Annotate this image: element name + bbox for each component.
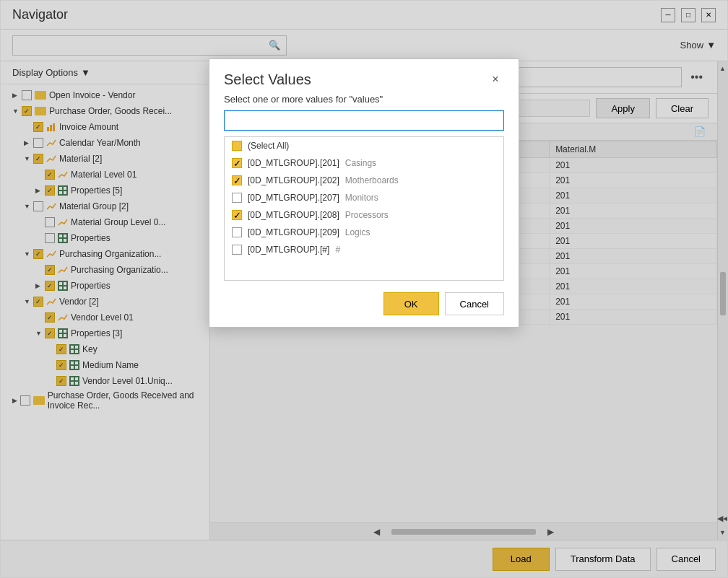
list-item-label: (Select All) — [248, 141, 289, 151]
list-item-name: Monitors — [345, 193, 378, 203]
modal-list-item[interactable]: (Select All) — [225, 137, 503, 154]
select-all-icon — [232, 141, 242, 151]
list-item-checkbox[interactable]: ✓ — [232, 175, 242, 185]
modal-search-input[interactable] — [224, 110, 504, 131]
modal-list: (Select All)✓[0D_MTLGROUP].[201] Casings… — [224, 136, 504, 281]
list-item-name: Motherboards — [345, 175, 399, 185]
list-item-checkbox[interactable] — [232, 245, 242, 255]
list-item-code: [0D_MTLGROUP].[#] — [248, 245, 329, 255]
list-item-name: # — [335, 245, 340, 255]
list-item-name: Processors — [345, 210, 389, 220]
list-item-code: [0D_MTLGROUP].[207] — [248, 193, 339, 203]
list-item-checkbox[interactable]: ✓ — [232, 210, 242, 220]
modal-list-item[interactable]: [0D_MTLGROUP].[#] # — [225, 241, 503, 258]
select-values-modal: Select Values × Select one or more value… — [209, 58, 519, 328]
modal-list-item[interactable]: ✓[0D_MTLGROUP].[208] Processors — [225, 206, 503, 224]
modal-footer: OK Cancel — [209, 281, 519, 327]
list-item-code: [0D_MTLGROUP].[201] — [248, 158, 339, 168]
ok-button[interactable]: OK — [384, 292, 439, 315]
main-window: Navigator ─ □ ✕ 🔍 Show ▼ Display Options… — [0, 0, 728, 578]
modal-list-item[interactable]: [0D_MTLGROUP].[209] Logics — [225, 224, 503, 241]
modal-header: Select Values × — [209, 59, 519, 94]
modal-title: Select Values — [224, 71, 311, 88]
list-item-name: Casings — [345, 158, 376, 168]
list-item-checkbox[interactable] — [232, 227, 242, 237]
list-item-code: [0D_MTLGROUP].[202] — [248, 175, 339, 185]
modal-overlay: Select Values × Select one or more value… — [1, 1, 727, 577]
modal-list-item[interactable]: ✓[0D_MTLGROUP].[201] Casings — [225, 154, 503, 172]
modal-subtitle: Select one or more values for "values" — [209, 94, 519, 110]
modal-cancel-button[interactable]: Cancel — [445, 292, 504, 315]
list-item-checkbox[interactable]: ✓ — [232, 158, 242, 168]
list-item-code: [0D_MTLGROUP].[209] — [248, 227, 339, 237]
list-item-checkbox[interactable] — [232, 193, 242, 203]
list-item-name: Logics — [345, 227, 370, 237]
list-item-code: [0D_MTLGROUP].[208] — [248, 210, 339, 220]
modal-list-item[interactable]: ✓[0D_MTLGROUP].[202] Motherboards — [225, 172, 503, 189]
modal-close-button[interactable]: × — [487, 71, 504, 88]
modal-list-item[interactable]: [0D_MTLGROUP].[207] Monitors — [225, 189, 503, 206]
